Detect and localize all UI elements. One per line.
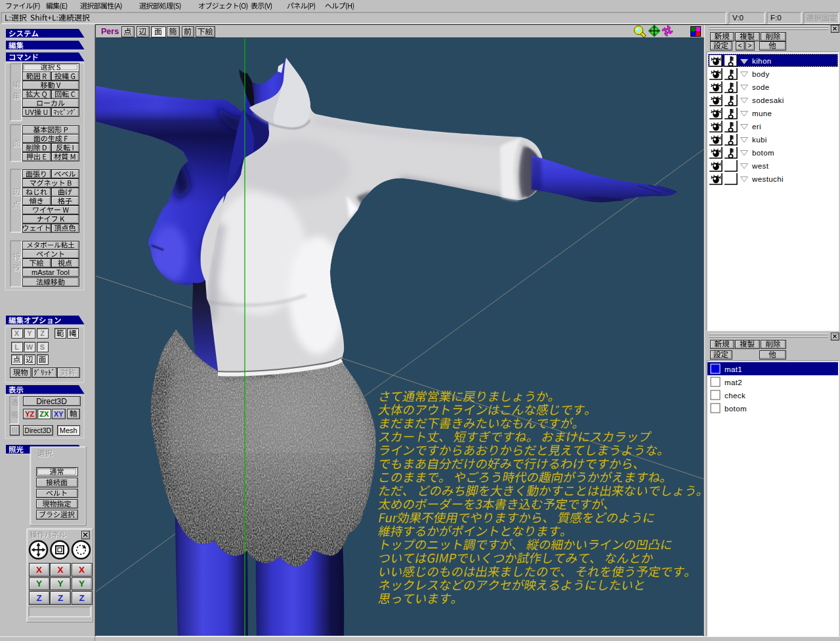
svg-text:west: west [751,162,769,170]
svg-text:YZ: YZ [25,410,34,418]
svg-text:X: X [57,565,63,575]
svg-text:F:0: F:0 [770,14,782,22]
svg-text:L: L [14,343,19,351]
svg-text:Direct3D: Direct3D [36,397,67,406]
svg-text:botom: botom [752,149,774,157]
svg-text:Y: Y [27,329,32,337]
svg-text:mat2: mat2 [724,379,742,386]
svg-text:body: body [752,70,770,78]
svg-text:kihon: kihon [752,57,772,65]
svg-text:Pers: Pers [101,27,119,36]
svg-text:sodesaki: sodesaki [752,96,784,104]
svg-text:ZX: ZX [39,410,49,418]
svg-text:kubi: kubi [752,136,767,144]
svg-text:Mesh: Mesh [60,426,77,434]
svg-text:Y: Y [36,579,42,589]
svg-text:westuchi: westuchi [751,175,784,183]
svg-text:XY: XY [54,410,64,418]
svg-text:X: X [36,565,42,575]
svg-text:V:0: V:0 [732,14,744,22]
svg-text:Direct3D: Direct3D [24,426,51,434]
svg-text:X: X [79,565,85,575]
svg-text:botom: botom [724,405,747,413]
svg-text:Z: Z [36,593,41,603]
svg-text:<: < [738,42,742,49]
svg-text:check: check [724,392,746,400]
svg-text:sode: sode [752,83,770,91]
svg-text:Y: Y [79,579,85,589]
svg-text:Z: Z [58,593,63,603]
svg-text:Z: Z [40,329,45,337]
svg-text:X: X [14,329,20,337]
svg-text:W: W [26,343,33,351]
svg-text:mAstar Tool: mAstar Tool [32,268,70,276]
svg-text:S: S [40,343,45,351]
svg-text:Y: Y [57,579,63,589]
svg-text:eri: eri [752,123,761,131]
svg-text:Z: Z [79,593,84,603]
svg-text:>: > [748,42,752,49]
svg-text:mat1: mat1 [724,365,742,373]
svg-text:mune: mune [752,110,772,117]
